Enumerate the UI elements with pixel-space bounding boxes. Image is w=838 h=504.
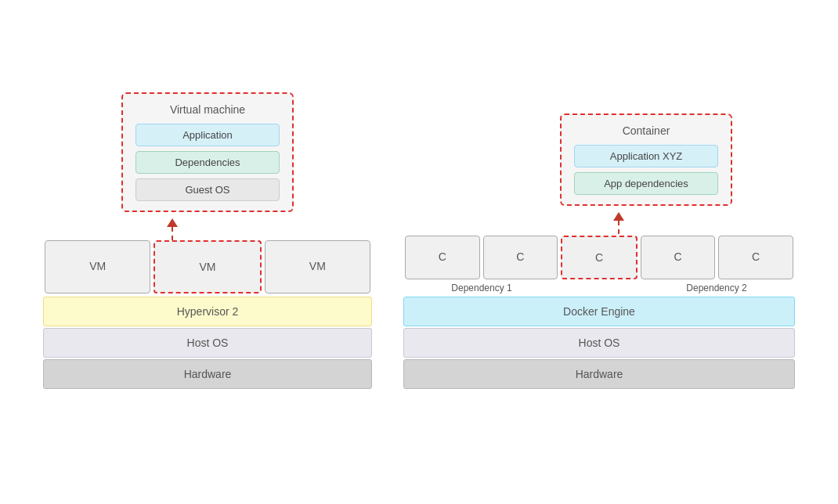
vm-dep-box: Dependencies [135,151,280,174]
vm-arrow-up [167,218,178,240]
docker-hardware-layer: Hardware [403,359,795,389]
c-cell-5: C [718,236,793,279]
c-row: C C C C C [403,234,795,281]
vm-side: Virtual machine Application Dependencies… [43,92,372,389]
diagram: Virtual machine Application Dependencies… [43,92,795,412]
arrow-head [167,218,178,227]
vm-cell-1: VM [45,240,150,293]
vm-floating-title: Virtual machine [135,103,280,116]
dep2-label: Dependency 2 [638,281,795,295]
vm-hostos-layer: Host OS [43,328,372,358]
container-app-box: Application XYZ [574,145,718,167]
vm-cell-3: VM [265,240,370,293]
vm-hardware-layer: Hardware [43,359,372,389]
vm-row: VM VM VM [43,239,372,295]
c-cell-1: C [405,236,480,279]
hypervisor-layer: Hypervisor 2 [43,297,372,326]
dep1-label: Dependency 1 [403,281,560,295]
container-dep-box: App dependencies [574,172,718,195]
docker-engine-layer: Docker Engine [403,297,795,326]
vm-app-box: Application [135,124,280,146]
container-floating-title: Container [574,124,718,137]
container-arrow-up [613,212,624,234]
container-floating-box: Container Application XYZ App dependenci… [560,113,732,206]
dep-labels-row: Dependency 1 Dependency 2 [403,281,795,295]
c-cell-2: C [483,236,558,279]
c-cell-4: C [641,236,716,279]
c-cell-3-highlighted: C [561,236,638,279]
docker-hostos-layer: Host OS [403,328,795,358]
container-arrow-head [613,212,624,221]
container-arrow-area [403,212,795,234]
vm-cell-2-highlighted: VM [154,240,261,293]
vm-floating-box: Virtual machine Application Dependencies… [121,92,294,212]
vm-guestos-box: Guest OS [135,178,280,201]
container-arrow-line [618,221,619,234]
docker-side: Container Application XYZ App dependenci… [403,113,795,389]
